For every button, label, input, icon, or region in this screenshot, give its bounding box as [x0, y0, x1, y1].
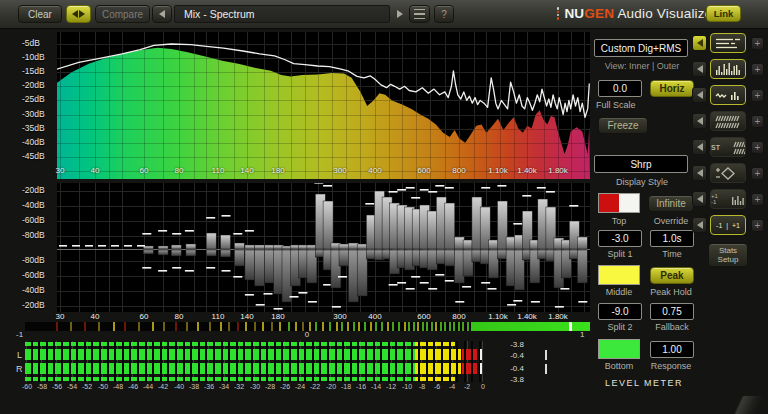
ab-swap-button[interactable] — [66, 5, 91, 23]
view-correlation-spectrum-expand-button[interactable] — [692, 191, 707, 207]
preset-prev-button[interactable] — [152, 5, 172, 23]
meter-peak-hold-l — [480, 349, 482, 360]
view-wave-bars-expand-button[interactable] — [692, 87, 707, 103]
fallback-value-field[interactable]: 0.75 — [650, 303, 694, 320]
menu-icon — [414, 9, 425, 11]
horiz-toggle-button[interactable]: Horiz — [650, 80, 694, 97]
view-stereo-spectrogram-expand-button[interactable] — [692, 139, 707, 155]
meter-aux-tick-l — [545, 350, 547, 360]
top-color-swatch[interactable] — [598, 193, 640, 213]
view-correlation-meter-expand-button[interactable] — [692, 217, 707, 233]
correlation-line — [163, 322, 165, 331]
view-stereo-spectrogram-add-button[interactable]: + — [751, 141, 764, 154]
help-button[interactable]: ? — [434, 5, 454, 23]
view-spectrum-bars-expand-button[interactable] — [692, 61, 707, 77]
correlation-line — [209, 322, 211, 331]
swap-right-icon — [79, 10, 85, 18]
split2-value-field[interactable]: -9.0 — [598, 303, 642, 320]
view-spectrum-bars-add-button[interactable]: + — [751, 63, 764, 76]
correlation-line — [279, 322, 281, 331]
split2-label: Split 2 — [598, 322, 642, 332]
view-wave-bars-button[interactable] — [710, 85, 746, 105]
view-spectrogram-add-button[interactable]: + — [751, 115, 764, 128]
fullscale-value-field[interactable]: 0.0 — [598, 80, 642, 97]
view-spectrogram-expand-button[interactable] — [692, 113, 707, 129]
view-spectrum-lines-button[interactable] — [710, 33, 746, 53]
correlation-line — [426, 322, 428, 331]
sthatch-icon — [722, 140, 745, 155]
time-value-field[interactable]: 1.0s — [650, 230, 694, 247]
stats-setup-button[interactable]: Stats Setup — [708, 243, 748, 267]
correlation-line — [435, 322, 437, 331]
preset-menu-button[interactable] — [409, 5, 430, 23]
correlation-line — [220, 322, 222, 331]
middle-color-swatch[interactable] — [598, 265, 640, 285]
correlation-line — [417, 322, 419, 331]
split-db-tick-label: -20dB — [22, 301, 45, 310]
correlation-line — [336, 322, 338, 331]
correlation-line — [84, 322, 86, 331]
split-freq-tick-label: 600 — [417, 312, 430, 321]
view-correlation-spectrum-button[interactable]: +1-1 — [710, 189, 746, 209]
split-db-tick-label: -20dB — [22, 186, 45, 195]
expand-arrow-icon — [697, 117, 703, 125]
middle-label: Middle — [598, 287, 640, 297]
display-style-selector[interactable]: Shrp — [594, 155, 688, 173]
meter-rms-value-top: -3.8 — [492, 340, 524, 349]
top-color-left — [599, 194, 619, 212]
split-freq-tick-label: 40 — [91, 312, 100, 321]
correlation-line — [370, 322, 372, 331]
preset-selector[interactable]: Mix - Spectrum — [174, 5, 390, 23]
correlation-line — [124, 322, 126, 331]
logo-dots-icon — [557, 6, 559, 21]
view-spectrum-lines-add-button[interactable]: + — [751, 37, 764, 50]
correlation-line — [288, 322, 290, 331]
spectrum-freq-tick-label: 1.10k — [488, 166, 508, 175]
correlation-line — [315, 322, 317, 331]
compare-button[interactable]: Compare — [95, 5, 150, 23]
split1-value-field[interactable]: -3.0 — [598, 230, 642, 247]
response-value-field[interactable]: 1.00 — [650, 341, 694, 358]
correlation-line — [422, 322, 424, 331]
preset-name: Mix - Spectrum — [184, 8, 255, 20]
spectrum-freq-tick-label: 40 — [91, 166, 100, 175]
preset-next-button[interactable] — [392, 5, 408, 23]
compare-button-label: Compare — [102, 9, 143, 20]
link-button[interactable]: Link — [706, 5, 741, 22]
view-spectrum-bars-button[interactable] — [710, 59, 746, 79]
nugen-logo: NUGEN Audio Visualizer — [557, 6, 717, 21]
bottom-color-swatch[interactable] — [598, 339, 640, 359]
correlation-line — [113, 322, 115, 331]
logo-nu: NU — [564, 6, 584, 21]
toolbar: Clear Compare Mix - Spectrum ? — [0, 0, 768, 29]
meter-mode-selector[interactable]: Custom Dig+RMS — [594, 39, 688, 57]
correlation-line — [341, 322, 343, 331]
view-vectorscope-button[interactable] — [710, 163, 746, 183]
correlation-line — [70, 322, 72, 331]
fallback-value: 0.75 — [662, 306, 681, 317]
view-correlation-spectrum-add-button[interactable]: + — [751, 193, 764, 206]
clear-button[interactable]: Clear — [18, 5, 62, 23]
split-db-tick-label: -60dB — [22, 271, 45, 280]
view-mode-label[interactable]: View: Inner | Outer — [592, 61, 692, 71]
meter-peak-hold-r — [480, 363, 482, 374]
spectrum-freq-tick-label: 110 — [212, 166, 225, 175]
freeze-button[interactable]: Freeze — [598, 117, 648, 134]
override-infinite-button[interactable]: Infinite — [648, 195, 694, 212]
spectrum-db-tick-label: -40dB — [22, 138, 45, 147]
view-vectorscope-add-button[interactable]: + — [751, 167, 764, 180]
correlation-notch — [569, 322, 572, 331]
peak-hold-button[interactable]: Peak — [650, 267, 694, 284]
view-vectorscope-expand-button[interactable] — [692, 165, 707, 181]
view-spectrum-lines-expand-button[interactable] — [692, 35, 707, 51]
correlation-line — [353, 322, 355, 331]
correlation-line — [375, 322, 377, 331]
level-meter-title: LEVEL METER — [592, 378, 696, 388]
time-label: Time — [650, 249, 694, 259]
view-stereo-spectrogram-button[interactable]: ST — [710, 137, 746, 157]
expand-arrow-icon — [697, 221, 703, 229]
view-wave-bars-add-button[interactable]: + — [751, 89, 764, 102]
view-spectrogram-button[interactable] — [710, 111, 746, 131]
view-correlation-meter-button[interactable]: -1 | +1 — [710, 215, 746, 235]
view-correlation-meter-add-button[interactable]: + — [751, 219, 764, 232]
